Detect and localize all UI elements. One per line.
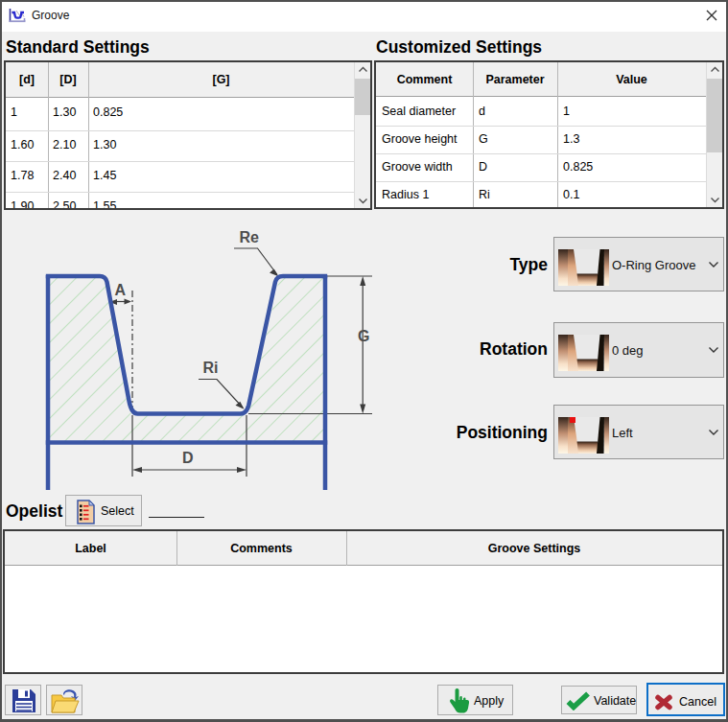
svg-text:G: G [358, 328, 369, 344]
svg-text:D: D [182, 450, 194, 466]
svg-text:Re: Re [240, 229, 260, 245]
svg-text:A: A [115, 282, 127, 298]
svg-text:Ri: Ri [203, 360, 219, 376]
